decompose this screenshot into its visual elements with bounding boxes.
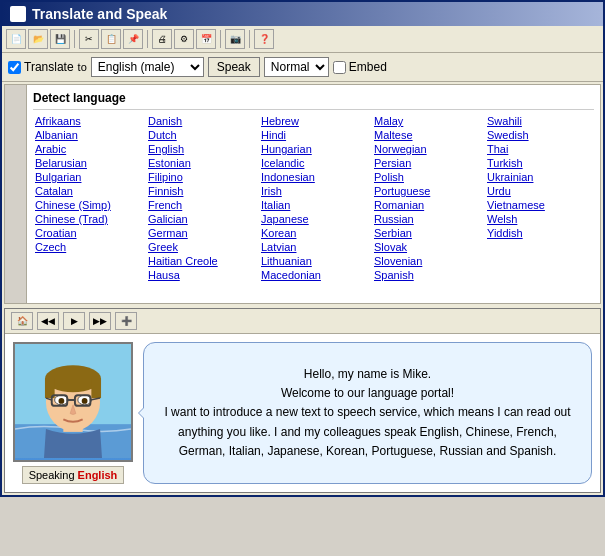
lang-col-1: Afrikaans Albanian Arabic Belarusian Bul… [33, 114, 142, 282]
lang-hebrew[interactable]: Hebrew [259, 114, 368, 128]
detect-language-option[interactable]: Detect language [33, 89, 594, 110]
lang-greek[interactable]: Greek [146, 240, 255, 254]
lang-filipino[interactable]: Filipino [146, 170, 255, 184]
lang-hausa[interactable]: Hausa [146, 268, 255, 282]
separator-4 [249, 30, 250, 48]
settings-button[interactable]: ⚙ [174, 29, 194, 49]
lang-french[interactable]: French [146, 198, 255, 212]
lang-thai[interactable]: Thai [485, 142, 594, 156]
embed-checkbox[interactable] [333, 61, 346, 74]
lang-norwegian[interactable]: Norwegian [372, 142, 481, 156]
speak-button[interactable]: Speak [208, 57, 260, 77]
lang-danish[interactable]: Danish [146, 114, 255, 128]
lang-galician[interactable]: Galician [146, 212, 255, 226]
lang-czech[interactable]: Czech [33, 240, 142, 254]
lang-macedonian[interactable]: Macedonian [259, 268, 368, 282]
print-button[interactable]: 🖨 [152, 29, 172, 49]
lang-yiddish[interactable]: Yiddish [485, 226, 594, 240]
help-button[interactable]: ❓ [254, 29, 274, 49]
lang-romanian[interactable]: Romanian [372, 198, 481, 212]
lang-catalan[interactable]: Catalan [33, 184, 142, 198]
lang-english[interactable]: English [146, 142, 255, 156]
lang-ukrainian[interactable]: Ukrainian [485, 170, 594, 184]
lang-chinese-trad[interactable]: Chinese (Trad) [33, 212, 142, 226]
lang-hungarian[interactable]: Hungarian [259, 142, 368, 156]
lang-col-5: Swahili Swedish Thai Turkish Ukrainian U… [485, 114, 594, 282]
lang-afrikaans[interactable]: Afrikaans [33, 114, 142, 128]
language-selection-area: Detect language Afrikaans Albanian Arabi… [4, 84, 601, 304]
camera-button[interactable]: 📷 [225, 29, 245, 49]
avatar-container: Speaking English [13, 342, 133, 484]
separator-1 [74, 30, 75, 48]
lang-portuguese[interactable]: Portuguese [372, 184, 481, 198]
avatar-svg [15, 342, 131, 460]
lang-turkish[interactable]: Turkish [485, 156, 594, 170]
lang-icelandic[interactable]: Icelandic [259, 156, 368, 170]
lang-persian[interactable]: Persian [372, 156, 481, 170]
translate-checkbox-label[interactable]: Translate [8, 60, 74, 74]
lang-italian[interactable]: Italian [259, 198, 368, 212]
lang-albanian[interactable]: Albanian [33, 128, 142, 142]
lang-croatian[interactable]: Croatian [33, 226, 142, 240]
lang-polish[interactable]: Polish [372, 170, 481, 184]
lang-slovak[interactable]: Slovak [372, 240, 481, 254]
separator-2 [147, 30, 148, 48]
embed-checkbox-label[interactable]: Embed [333, 60, 387, 74]
lang-estonian[interactable]: Estonian [146, 156, 255, 170]
lang-haitian-creole[interactable]: Haitian Creole [146, 254, 255, 268]
open-button[interactable]: 📂 [28, 29, 48, 49]
lang-irish[interactable]: Irish [259, 184, 368, 198]
lang-chinese-simp[interactable]: Chinese (Simp) [33, 198, 142, 212]
cut-button[interactable]: ✂ [79, 29, 99, 49]
lang-arabic[interactable]: Arabic [33, 142, 142, 156]
lang-welsh[interactable]: Welsh [485, 212, 594, 226]
lang-indonesian[interactable]: Indonesian [259, 170, 368, 184]
paste-button[interactable]: 📌 [123, 29, 143, 49]
translate-checkbox[interactable] [8, 61, 21, 74]
lang-swedish[interactable]: Swedish [485, 128, 594, 142]
svg-point-9 [59, 398, 65, 404]
controls-bar: Translate to English (male) English (fem… [2, 53, 603, 82]
normal-select[interactable]: Normal Slow Fast [264, 57, 329, 77]
toolbar: 📄 📂 💾 ✂ 📋 📌 🖨 ⚙ 📅 📷 ❓ [2, 26, 603, 53]
lang-bulgarian[interactable]: Bulgarian [33, 170, 142, 184]
main-window: Translate and Speak 📄 📂 💾 ✂ 📋 📌 🖨 ⚙ 📅 📷 … [0, 0, 605, 497]
lang-swahili[interactable]: Swahili [485, 114, 594, 128]
app-icon [10, 6, 26, 22]
add-button[interactable]: ➕ [115, 312, 137, 330]
lang-vietnamese[interactable]: Vietnamese [485, 198, 594, 212]
copy-button[interactable]: 📋 [101, 29, 121, 49]
save-button[interactable]: 💾 [50, 29, 70, 49]
lang-col-3: Hebrew Hindi Hungarian Icelandic Indones… [259, 114, 368, 282]
back-button[interactable]: ◀◀ [37, 312, 59, 330]
bottom-section: 🏠 ◀◀ ▶ ▶▶ ➕ [4, 308, 601, 493]
play-button[interactable]: ▶ [63, 312, 85, 330]
embed-label: Embed [349, 60, 387, 74]
lang-german[interactable]: German [146, 226, 255, 240]
home-button[interactable]: 🏠 [11, 312, 33, 330]
lang-korean[interactable]: Korean [259, 226, 368, 240]
lang-lithuanian[interactable]: Lithuanian [259, 254, 368, 268]
lang-urdu[interactable]: Urdu [485, 184, 594, 198]
lang-japanese[interactable]: Japanese [259, 212, 368, 226]
lang-serbian[interactable]: Serbian [372, 226, 481, 240]
lang-belarusian[interactable]: Belarusian [33, 156, 142, 170]
language-grid: Detect language Afrikaans Albanian Arabi… [27, 85, 600, 303]
lang-spanish[interactable]: Spanish [372, 268, 481, 282]
speaking-lang: English [78, 469, 118, 481]
lang-dutch[interactable]: Dutch [146, 128, 255, 142]
lang-malay[interactable]: Malay [372, 114, 481, 128]
calendar-button[interactable]: 📅 [196, 29, 216, 49]
lang-finnish[interactable]: Finnish [146, 184, 255, 198]
title-bar: Translate and Speak [2, 2, 603, 26]
language-select[interactable]: English (male) English (female) Spanish … [91, 57, 204, 77]
bottom-toolbar: 🏠 ◀◀ ▶ ▶▶ ➕ [5, 309, 600, 334]
forward-button[interactable]: ▶▶ [89, 312, 111, 330]
lang-maltese[interactable]: Maltese [372, 128, 481, 142]
lang-russian[interactable]: Russian [372, 212, 481, 226]
lang-latvian[interactable]: Latvian [259, 240, 368, 254]
lang-hindi[interactable]: Hindi [259, 128, 368, 142]
lang-slovenian[interactable]: Slovenian [372, 254, 481, 268]
new-button[interactable]: 📄 [6, 29, 26, 49]
separator-3 [220, 30, 221, 48]
